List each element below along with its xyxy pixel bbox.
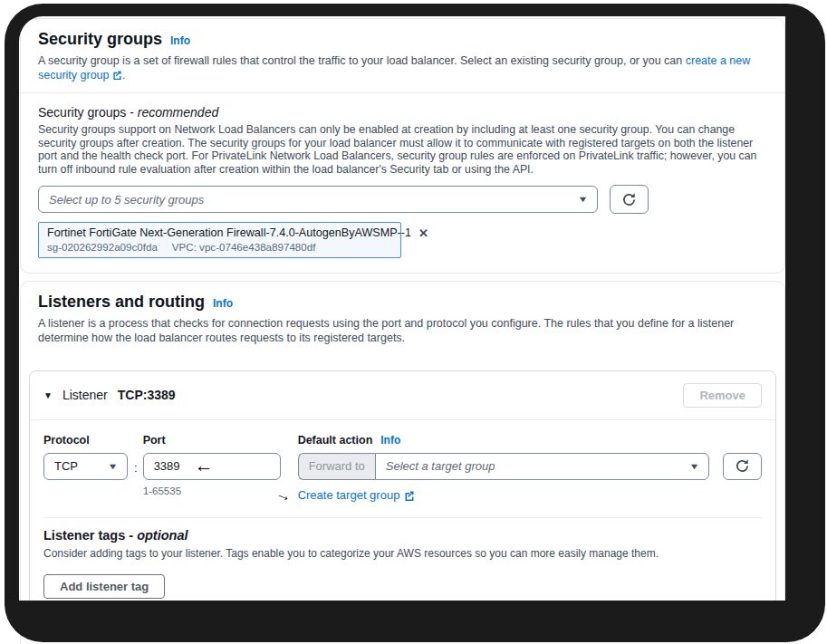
description-text: A security group is a set of firewall ru… — [38, 54, 686, 67]
token-details-row: sg-020262992a09c0fda VPC: vpc-0746e438a8… — [47, 241, 392, 253]
page-content: Security groups Info A security group is… — [20, 18, 785, 601]
external-link-icon — [112, 70, 122, 80]
protocol-select[interactable]: TCP ▼ — [43, 453, 128, 480]
token-label: Fortinet FortiGate Next-Generation Firew… — [47, 226, 411, 239]
token-vpc: VPC: vpc-0746e438a897480df — [172, 241, 316, 253]
close-icon: ✕ — [418, 226, 428, 240]
listener-tags-section: Listener tags - optional Consider adding… — [30, 518, 775, 631]
external-link-icon — [404, 490, 415, 501]
protocol-label: Protocol — [43, 434, 128, 447]
chevron-down-icon: ▼ — [578, 195, 589, 204]
token-dismiss-button[interactable]: ✕ — [418, 227, 428, 239]
security-groups-body: Security groups - recommended Security g… — [21, 93, 784, 273]
refresh-icon — [621, 192, 637, 207]
default-action-field: Default action Info Forward to Select a … — [298, 434, 762, 505]
create-target-group-row: → Create target group — [276, 486, 762, 505]
refresh-icon — [735, 458, 750, 474]
security-group-token: Fortinet FortiGate Next-Generation Firew… — [38, 222, 401, 258]
listeners-info-link[interactable]: Info — [213, 297, 233, 310]
listeners-body: ▼ Listener TCP:3389 Remove Protocol TCP … — [21, 356, 784, 644]
chevron-down-icon: ▼ — [108, 462, 119, 471]
forward-to-prefix: Forward to — [298, 453, 375, 480]
default-action-label: Default action — [298, 434, 373, 447]
remove-listener-button[interactable]: Remove — [683, 383, 762, 408]
security-groups-refresh-button[interactable] — [610, 185, 649, 214]
security-groups-recommended-description: Security groups support on Network Load … — [38, 123, 767, 176]
security-groups-select-placeholder: Select up to 5 security groups — [49, 193, 204, 207]
security-groups-recommended-heading: Security groups - recommended — [38, 105, 767, 120]
collapse-triangle-icon[interactable]: ▼ — [43, 390, 53, 400]
add-listener-tag-button[interactable]: Add listener tag — [43, 574, 165, 599]
listeners-card: Listeners and routing Info A listener is… — [20, 281, 785, 644]
tags-remaining-hint: You can add up to 50 more tags. — [43, 605, 762, 618]
default-action-label-row: Default action Info — [298, 434, 762, 447]
listeners-title: Listeners and routing — [38, 293, 205, 312]
create-target-group-link[interactable]: Create target group — [298, 488, 416, 502]
security-groups-header: Security groups Info A security group is… — [21, 19, 784, 92]
protocol-value: TCP — [54, 459, 78, 473]
token-sg-id: sg-020262992a09c0fda — [47, 241, 158, 253]
chevron-down-icon: ▼ — [689, 462, 700, 471]
default-action-info-link[interactable]: Info — [380, 434, 400, 447]
target-group-select[interactable]: Select a target group ▼ — [375, 453, 709, 480]
security-groups-title: Security groups — [38, 30, 162, 49]
port-range-hint: 1-65535 — [143, 485, 281, 496]
listener-protocol-port: TCP:3389 — [118, 388, 176, 402]
port-field: Port ← 1-65535 — [143, 434, 281, 505]
protocol-port-separator: : — [128, 434, 143, 505]
listeners-description: A listener is a process that checks for … — [38, 317, 767, 345]
security-groups-info-link[interactable]: Info — [170, 34, 190, 47]
recommended-label: recommended — [138, 105, 219, 120]
create-target-group-annotation-arrow: → — [273, 484, 293, 506]
default-action-controls: Forward to Select a target group ▼ — [298, 453, 762, 480]
security-groups-title-row: Security groups Info — [38, 30, 767, 49]
description-text-end: . — [122, 69, 125, 82]
port-label: Port — [143, 434, 281, 447]
target-group-refresh-button[interactable] — [723, 453, 762, 480]
security-groups-card: Security groups Info A security group is… — [20, 18, 785, 274]
screenshot-viewport: Security groups Info A security group is… — [0, 0, 827, 644]
port-input[interactable] — [143, 453, 281, 480]
security-groups-select-row: Select up to 5 security groups ▼ — [38, 185, 767, 214]
listener-label: Listener — [63, 388, 108, 402]
target-group-placeholder: Select a target group — [386, 459, 495, 473]
token-main-row: Fortinet FortiGate Next-Generation Firew… — [47, 226, 392, 239]
listener-panel-header: ▼ Listener TCP:3389 Remove — [30, 371, 775, 419]
port-input-wrapper: ← — [143, 453, 281, 480]
listeners-title-row: Listeners and routing Info — [38, 293, 767, 312]
security-groups-description: A security group is a set of firewall ru… — [38, 54, 767, 82]
listener-panel: ▼ Listener TCP:3389 Remove Protocol TCP … — [29, 370, 776, 632]
optional-label: optional — [137, 528, 188, 543]
protocol-field: Protocol TCP ▼ — [43, 434, 128, 505]
listener-form-row: Protocol TCP ▼ : Port ← — [30, 420, 775, 508]
security-groups-select[interactable]: Select up to 5 security groups ▼ — [38, 186, 598, 213]
listener-tags-heading: Listener tags - optional — [43, 528, 762, 543]
listener-tags-description: Consider adding tags to your listener. T… — [43, 547, 762, 560]
listeners-header: Listeners and routing Info A listener is… — [21, 282, 784, 355]
